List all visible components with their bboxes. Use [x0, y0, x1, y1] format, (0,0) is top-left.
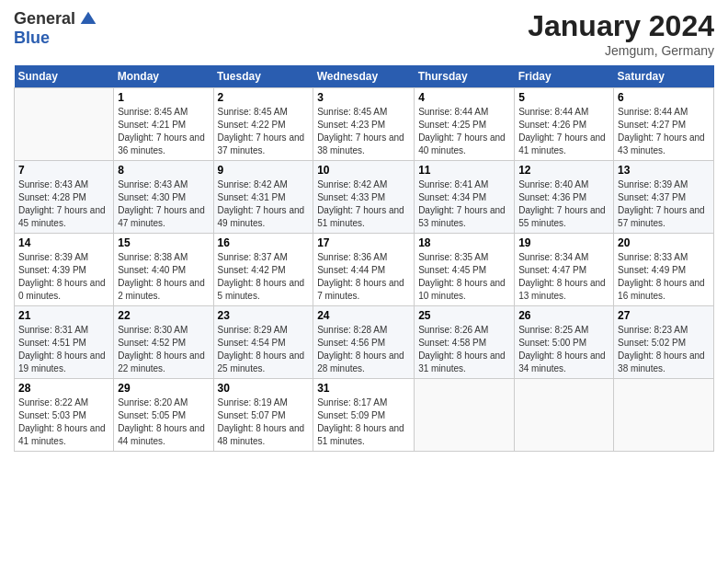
day-number: 20: [618, 236, 710, 249]
day-number: 9: [218, 164, 310, 177]
calendar-week-row-5: 28Sunrise: 8:22 AM Sunset: 5:03 PM Dayli…: [15, 379, 714, 452]
calendar-cell: 10Sunrise: 8:42 AM Sunset: 4:33 PM Dayli…: [313, 161, 415, 234]
svg-marker-0: [81, 11, 97, 23]
calendar-cell: 28Sunrise: 8:22 AM Sunset: 5:03 PM Dayli…: [15, 379, 114, 452]
day-info: Sunrise: 8:30 AM Sunset: 4:52 PM Dayligh…: [118, 324, 209, 375]
day-number: 26: [518, 309, 609, 322]
day-number: 3: [317, 91, 410, 104]
day-number: 19: [518, 236, 609, 249]
page-container: General Blue January 2024 Jemgum, German…: [0, 0, 728, 456]
day-number: 8: [118, 164, 209, 177]
calendar-header-row: Sunday Monday Tuesday Wednesday Thursday…: [15, 65, 714, 88]
header-wednesday: Wednesday: [313, 65, 415, 88]
day-number: 13: [618, 164, 710, 177]
day-number: 22: [118, 309, 209, 322]
calendar-cell: 12Sunrise: 8:40 AM Sunset: 4:36 PM Dayli…: [515, 161, 614, 234]
day-info: Sunrise: 8:39 AM Sunset: 4:39 PM Dayligh…: [18, 251, 109, 303]
day-info: Sunrise: 8:33 AM Sunset: 4:49 PM Dayligh…: [618, 251, 710, 303]
day-number: 6: [618, 91, 710, 104]
day-number: 11: [418, 164, 510, 177]
day-number: 7: [18, 164, 109, 177]
calendar-cell: 29Sunrise: 8:20 AM Sunset: 5:05 PM Dayli…: [114, 379, 213, 452]
calendar-week-row-3: 14Sunrise: 8:39 AM Sunset: 4:39 PM Dayli…: [15, 234, 714, 306]
location: Jemgum, Germany: [528, 43, 714, 58]
calendar-cell: 25Sunrise: 8:26 AM Sunset: 4:58 PM Dayli…: [415, 306, 515, 379]
calendar-cell: [415, 379, 515, 452]
calendar-cell: 20Sunrise: 8:33 AM Sunset: 4:49 PM Dayli…: [614, 234, 714, 306]
calendar-cell: 30Sunrise: 8:19 AM Sunset: 5:07 PM Dayli…: [213, 379, 313, 452]
calendar-cell: 18Sunrise: 8:35 AM Sunset: 4:45 PM Dayli…: [415, 234, 515, 306]
day-number: 31: [317, 382, 410, 395]
calendar-table: Sunday Monday Tuesday Wednesday Thursday…: [14, 65, 714, 452]
calendar-cell: 9Sunrise: 8:42 AM Sunset: 4:31 PM Daylig…: [213, 161, 313, 234]
day-info: Sunrise: 8:19 AM Sunset: 5:07 PM Dayligh…: [218, 396, 310, 448]
calendar-cell: 17Sunrise: 8:36 AM Sunset: 4:44 PM Dayli…: [313, 234, 415, 306]
day-number: 2: [218, 91, 310, 104]
day-info: Sunrise: 8:41 AM Sunset: 4:34 PM Dayligh…: [418, 178, 510, 230]
day-number: 18: [418, 236, 510, 249]
logo: General Blue: [14, 9, 97, 48]
calendar-cell: 14Sunrise: 8:39 AM Sunset: 4:39 PM Dayli…: [15, 234, 114, 306]
calendar-cell: 22Sunrise: 8:30 AM Sunset: 4:52 PM Dayli…: [114, 306, 213, 379]
calendar-cell: [15, 88, 114, 161]
calendar-cell: [515, 379, 614, 452]
day-info: Sunrise: 8:20 AM Sunset: 5:05 PM Dayligh…: [118, 396, 209, 448]
header-monday: Monday: [114, 65, 213, 88]
day-info: Sunrise: 8:37 AM Sunset: 4:42 PM Dayligh…: [218, 251, 310, 303]
day-number: 12: [518, 164, 609, 177]
calendar-cell: 15Sunrise: 8:38 AM Sunset: 4:40 PM Dayli…: [114, 234, 213, 306]
calendar-cell: 8Sunrise: 8:43 AM Sunset: 4:30 PM Daylig…: [114, 161, 213, 234]
day-info: Sunrise: 8:43 AM Sunset: 4:28 PM Dayligh…: [18, 178, 109, 230]
day-info: Sunrise: 8:17 AM Sunset: 5:09 PM Dayligh…: [317, 396, 410, 448]
calendar-cell: 16Sunrise: 8:37 AM Sunset: 4:42 PM Dayli…: [213, 234, 313, 306]
calendar-cell: 31Sunrise: 8:17 AM Sunset: 5:09 PM Dayli…: [313, 379, 415, 452]
calendar-cell: 3Sunrise: 8:45 AM Sunset: 4:23 PM Daylig…: [313, 88, 415, 161]
day-info: Sunrise: 8:38 AM Sunset: 4:40 PM Dayligh…: [118, 251, 209, 303]
logo-icon: [79, 10, 97, 29]
header-friday: Friday: [515, 65, 614, 88]
day-info: Sunrise: 8:36 AM Sunset: 4:44 PM Dayligh…: [317, 251, 410, 303]
calendar-cell: 2Sunrise: 8:45 AM Sunset: 4:22 PM Daylig…: [213, 88, 313, 161]
header-sunday: Sunday: [15, 65, 114, 88]
day-number: 24: [317, 309, 410, 322]
day-number: 10: [317, 164, 410, 177]
calendar-cell: 5Sunrise: 8:44 AM Sunset: 4:26 PM Daylig…: [515, 88, 614, 161]
header: General Blue January 2024 Jemgum, German…: [14, 9, 714, 58]
header-thursday: Thursday: [415, 65, 515, 88]
day-number: 29: [118, 382, 209, 395]
day-info: Sunrise: 8:40 AM Sunset: 4:36 PM Dayligh…: [518, 178, 609, 230]
day-info: Sunrise: 8:44 AM Sunset: 4:26 PM Dayligh…: [518, 106, 609, 157]
day-number: 27: [618, 309, 710, 322]
day-info: Sunrise: 8:45 AM Sunset: 4:22 PM Dayligh…: [218, 106, 310, 157]
day-info: Sunrise: 8:26 AM Sunset: 4:58 PM Dayligh…: [418, 324, 510, 375]
day-info: Sunrise: 8:35 AM Sunset: 4:45 PM Dayligh…: [418, 251, 510, 303]
day-info: Sunrise: 8:42 AM Sunset: 4:31 PM Dayligh…: [218, 178, 310, 230]
day-info: Sunrise: 8:44 AM Sunset: 4:25 PM Dayligh…: [418, 106, 510, 157]
day-number: 1: [118, 91, 209, 104]
day-number: 17: [317, 236, 410, 249]
day-info: Sunrise: 8:45 AM Sunset: 4:21 PM Dayligh…: [118, 106, 209, 157]
day-number: 15: [118, 236, 209, 249]
calendar-cell: [614, 379, 714, 452]
header-saturday: Saturday: [614, 65, 714, 88]
title-section: January 2024 Jemgum, Germany: [528, 9, 714, 58]
logo-blue-text: Blue: [14, 29, 50, 48]
day-info: Sunrise: 8:22 AM Sunset: 5:03 PM Dayligh…: [18, 396, 109, 448]
day-info: Sunrise: 8:45 AM Sunset: 4:23 PM Dayligh…: [317, 106, 410, 157]
calendar-cell: 24Sunrise: 8:28 AM Sunset: 4:56 PM Dayli…: [313, 306, 415, 379]
day-number: 23: [218, 309, 310, 322]
day-number: 28: [18, 382, 109, 395]
calendar-cell: 4Sunrise: 8:44 AM Sunset: 4:25 PM Daylig…: [415, 88, 515, 161]
day-number: 30: [218, 382, 310, 395]
day-number: 21: [18, 309, 109, 322]
calendar-cell: 6Sunrise: 8:44 AM Sunset: 4:27 PM Daylig…: [614, 88, 714, 161]
day-number: 16: [218, 236, 310, 249]
calendar-cell: 21Sunrise: 8:31 AM Sunset: 4:51 PM Dayli…: [15, 306, 114, 379]
day-info: Sunrise: 8:42 AM Sunset: 4:33 PM Dayligh…: [317, 178, 410, 230]
day-info: Sunrise: 8:23 AM Sunset: 5:02 PM Dayligh…: [618, 324, 710, 375]
calendar-cell: 26Sunrise: 8:25 AM Sunset: 5:00 PM Dayli…: [515, 306, 614, 379]
calendar-week-row-1: 1Sunrise: 8:45 AM Sunset: 4:21 PM Daylig…: [15, 88, 714, 161]
day-info: Sunrise: 8:25 AM Sunset: 5:00 PM Dayligh…: [518, 324, 609, 375]
day-number: 5: [518, 91, 609, 104]
day-info: Sunrise: 8:28 AM Sunset: 4:56 PM Dayligh…: [317, 324, 410, 375]
